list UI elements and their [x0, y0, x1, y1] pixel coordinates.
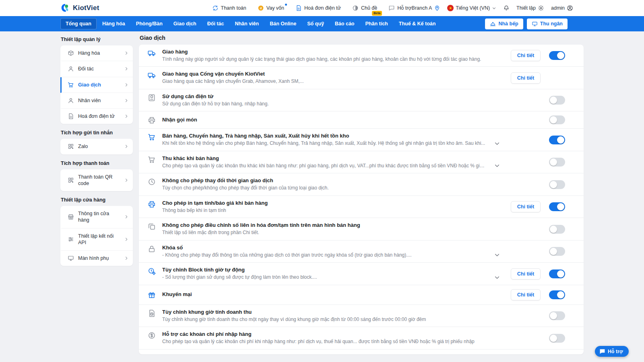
setting-description: Tùy chọn cho phép/không cho phép thay đổ… [162, 185, 486, 191]
setting-row: Cho phép in tạm tính/báo giá khi bán hàn… [139, 196, 584, 218]
nav-tab[interactable]: Báo cáo [330, 18, 360, 29]
nav-button-label: Thu ngân [540, 21, 563, 27]
setting-text: Tùy chỉnh khung giờ tính doanh thu Tùy c… [162, 309, 490, 323]
toggle-switch-off[interactable] [549, 334, 565, 343]
sidebar-item[interactable]: Thiết lập kết nối API [60, 228, 133, 251]
sidebar-section: Tích hợp thanh toán Thanh toán QR code [60, 160, 133, 191]
detail-button[interactable]: Chi tiết [511, 289, 541, 300]
setting-controls [490, 136, 565, 144]
toggle-switch-off[interactable] [549, 96, 565, 105]
nav-tab[interactable]: Đối tác [202, 18, 229, 29]
nav-tab[interactable]: Thuế & Kế toán [394, 18, 441, 29]
printer-icon [148, 200, 156, 208]
sidebar-item[interactable]: Hoá đơn điện tử [60, 109, 133, 124]
chevron-down-icon [492, 6, 496, 10]
expand-chevron-down-icon[interactable] [494, 140, 500, 147]
setting-title: Bán hàng, Chuyển hàng, Trả hàng nhập, Sả… [162, 133, 486, 140]
detail-button[interactable]: Chi tiết [511, 72, 541, 84]
topbar-link[interactable]: Hỗ trợ [388, 5, 411, 11]
setting-title: Nhận gọi món [162, 117, 486, 123]
settings-menu[interactable]: Thiết lập [516, 5, 544, 11]
language-label: Tiếng Việt (VN) [456, 5, 490, 11]
map-pin-icon [434, 5, 440, 11]
nav-tab[interactable]: Giao dịch [168, 18, 202, 29]
sidebar-section-title: Tích hợp thanh toán [61, 160, 133, 166]
nav-tab[interactable]: Tổng quan [60, 18, 97, 29]
sidebar-item-label: Thanh toán QR code [78, 174, 120, 187]
detail-button[interactable]: Chi tiết [511, 201, 541, 212]
language-selector[interactable]: ★ Tiếng Việt (VN) [447, 5, 496, 11]
topbar-link-label: Hoá đơn điện tử [304, 5, 341, 11]
nav-tab[interactable]: Phân tích [360, 18, 393, 29]
sidebar-item[interactable]: Thanh toán QR code [60, 169, 133, 191]
toggle-switch-on[interactable] [549, 136, 565, 144]
setting-title: Không cho phép điều chỉnh số liên in hóa… [162, 222, 486, 229]
detail-button[interactable]: Chi tiết [511, 50, 541, 61]
setting-text: Khuyến mại [162, 291, 490, 298]
setting-description: Tùy chỉnh khung giờ tính doanh thu cho m… [162, 317, 486, 323]
toggle-switch-off[interactable] [549, 158, 565, 167]
main-panel: Giao dịch Giao hàng Tính năng này giúp n… [139, 35, 584, 354]
detail-button[interactable]: Chi tiết [511, 268, 541, 280]
nav-tab[interactable]: Phòng/Bàn [131, 18, 168, 29]
toggle-switch-on[interactable] [549, 290, 565, 299]
support-fab[interactable]: Hỗ trợ [595, 346, 629, 357]
topbar-link[interactable]: Vay vốn [258, 5, 284, 11]
sidebar-item[interactable]: Nhân viên [60, 93, 133, 109]
document-icon [68, 113, 74, 119]
monitor-icon [68, 255, 74, 261]
setting-text: Hỗ trợ các khoản chi phí nhập hàng Cho p… [162, 331, 490, 345]
setting-text: Không cho phép điều chỉnh số liên in hóa… [162, 222, 490, 236]
setting-row: Giao hàng qua Cổng vận chuyển KiotViet G… [139, 67, 584, 89]
setting-title: Cho phép in tạm tính/báo giá khi bán hàn… [162, 200, 486, 207]
sidebar-item[interactable]: Đối tác [60, 61, 133, 77]
sidebar-item-label: Nhân viên [78, 97, 120, 104]
toggle-switch-off[interactable] [549, 115, 565, 124]
nav-tab[interactable]: Nhân viên [229, 18, 264, 29]
truck-icon [148, 71, 156, 79]
nav-tab[interactable]: Bán Online [264, 18, 301, 29]
topbar-link[interactable]: Chủ đềBeta [352, 5, 377, 11]
user-icon [567, 5, 573, 11]
toggle-switch-off[interactable] [549, 311, 565, 320]
toggle-knob [557, 136, 564, 144]
toggle-switch-off[interactable] [549, 180, 565, 189]
payment-icon [212, 5, 219, 11]
toggle-switch-on[interactable] [549, 269, 565, 278]
toggle-switch-off[interactable] [549, 225, 565, 234]
nav-button[interactable]: Nhà bếp [485, 19, 523, 29]
toggle-switch-on[interactable] [549, 202, 565, 211]
sidebar-item-label: Zalo [78, 143, 120, 150]
setting-row: Dùng máy in chế biến/tem phân... [139, 350, 584, 354]
branch-selector[interactable]: Branch A [412, 5, 441, 11]
sidebar-section-title: Thiết lập quản lý [61, 37, 133, 42]
sidebar-item[interactable]: Hàng hóa [60, 45, 133, 61]
kiotviet-logo[interactable]: KiotViet [60, 3, 99, 13]
expand-chevron-down-icon[interactable] [494, 274, 500, 281]
expand-chevron-down-icon[interactable] [494, 252, 500, 258]
nav-button-label: Nhà bếp [498, 21, 518, 27]
nav-tab[interactable]: Sổ quỹ [302, 18, 329, 29]
setting-title: Thu khác khi bán hàng [162, 155, 486, 162]
sidebar-item[interactable]: Zalo [60, 139, 133, 154]
nav-button[interactable]: Thu ngân [527, 19, 568, 29]
branch-label: Branch A [412, 5, 432, 11]
bell-icon[interactable] [503, 5, 510, 11]
kitchen-icon [490, 21, 496, 27]
sidebar-item[interactable]: Thông tin cửa hàng [60, 206, 133, 228]
sidebar-item[interactable]: Giao dịch [60, 77, 133, 93]
invoice-icon [295, 5, 302, 11]
setting-text: Giao hàng qua Cổng vận chuyển KiotViet G… [162, 71, 490, 84]
toggle-switch-off[interactable] [549, 247, 565, 256]
toggle-knob [550, 97, 557, 104]
user-menu[interactable]: admin [551, 5, 573, 11]
expand-chevron-down-icon[interactable] [494, 162, 500, 169]
topbar-link[interactable]: Thanh toán [212, 5, 246, 11]
nav-tab[interactable]: Hàng hóa [97, 18, 130, 29]
topbar-link-label: Thanh toán [221, 5, 246, 11]
toggle-switch-on[interactable] [549, 51, 565, 60]
topbar-link[interactable]: Hoá đơn điện tử [295, 5, 341, 11]
sidebar-item[interactable]: Màn hình phụ [60, 251, 133, 266]
setting-text: Không cho phép thay đổi thời gian giao d… [162, 177, 490, 191]
person-icon [68, 97, 74, 104]
